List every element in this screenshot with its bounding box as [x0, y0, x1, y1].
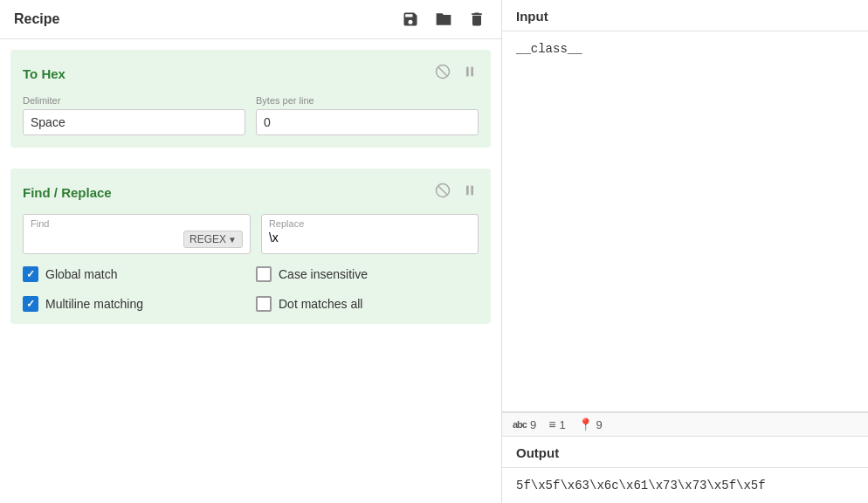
- delimiter-label: Delimiter: [23, 95, 245, 106]
- pin-icon: 📍: [578, 417, 593, 431]
- to-hex-header: To Hex: [23, 62, 479, 85]
- checkboxes-grid: ✓ Global match Case insensitive ✓ Multil…: [23, 266, 479, 312]
- multiline-matching-box: ✓: [23, 296, 38, 312]
- to-hex-fields: Delimiter Bytes per line: [23, 95, 479, 135]
- save-button[interactable]: [400, 9, 421, 30]
- output-value: 5f\x5f\x63\x6c\x61\x73\x73\x5f\x5f: [516, 479, 766, 493]
- output-content: 5f\x5f\x63\x6c\x61\x73\x73\x5f\x5f: [502, 468, 868, 503]
- right-panel: Input __class__ abc 9 ≡ 1 📍 9 Output 5f\…: [502, 0, 868, 503]
- to-hex-disable-button[interactable]: [433, 62, 452, 85]
- multiline-matching-checkbox[interactable]: ✓ Multiline matching: [23, 296, 245, 312]
- dot-matches-all-checkbox[interactable]: Dot matches all: [256, 296, 479, 312]
- svg-line-5: [438, 186, 448, 196]
- find-input[interactable]: [31, 232, 183, 246]
- replace-input[interactable]: [269, 231, 471, 245]
- global-match-checkbox[interactable]: ✓ Global match: [23, 266, 245, 282]
- regex-badge-button[interactable]: REGEX ▼: [183, 231, 243, 248]
- input-content: __class__: [502, 31, 868, 411]
- find-label: Find: [24, 215, 250, 229]
- pin-value: 9: [596, 418, 603, 431]
- regex-label: REGEX: [189, 233, 226, 245]
- folder-icon: [435, 10, 452, 28]
- output-header: Output: [502, 437, 868, 468]
- recipe-title: Recipe: [14, 11, 59, 27]
- input-header: Input: [502, 0, 868, 31]
- find-inner-row: REGEX ▼: [24, 229, 250, 253]
- svg-rect-2: [466, 67, 469, 77]
- global-match-check: ✓: [26, 269, 35, 279]
- case-insensitive-box: [256, 266, 272, 282]
- svg-rect-7: [471, 186, 473, 196]
- input-section: Input __class__: [502, 0, 868, 412]
- abc-value: 9: [530, 418, 536, 431]
- to-hex-actions: [433, 62, 479, 85]
- status-bar: abc 9 ≡ 1 📍 9: [502, 412, 868, 437]
- open-folder-button[interactable]: [433, 9, 454, 30]
- disable-icon-2: [435, 183, 451, 198]
- lines-status: ≡ 1: [548, 417, 565, 431]
- lines-icon: ≡: [548, 417, 555, 431]
- svg-rect-3: [471, 67, 473, 77]
- svg-line-1: [438, 67, 448, 77]
- find-replace-actions: [433, 181, 479, 203]
- find-replace-inputs: Find REGEX ▼ Replace: [23, 214, 479, 254]
- save-icon: [402, 10, 419, 28]
- find-replace-pause-button[interactable]: [461, 182, 479, 203]
- find-replace-title: Find / Replace: [23, 185, 112, 200]
- find-replace-header: Find / Replace: [23, 181, 479, 203]
- abc-icon: abc: [513, 419, 527, 430]
- replace-field-outer: Replace: [261, 214, 479, 254]
- multiline-matching-check: ✓: [26, 299, 35, 309]
- recipe-toolbar: [400, 9, 487, 30]
- pause-icon: [463, 65, 477, 79]
- to-hex-pause-button[interactable]: [461, 63, 479, 84]
- bytes-per-line-group: Bytes per line: [256, 95, 479, 135]
- bytes-per-line-input[interactable]: [256, 109, 479, 135]
- dot-matches-all-box: [256, 296, 272, 312]
- to-hex-title: To Hex: [23, 66, 65, 81]
- find-replace-card: Find / Replace Find: [10, 169, 491, 324]
- trash-icon: [468, 10, 486, 28]
- case-insensitive-checkbox[interactable]: Case insensitive: [256, 266, 479, 282]
- input-value: __class__: [516, 42, 582, 56]
- delete-button[interactable]: [466, 9, 487, 30]
- svg-rect-6: [466, 186, 469, 196]
- replace-label: Replace: [262, 215, 478, 229]
- delimiter-input[interactable]: [23, 109, 245, 135]
- replace-inner-row: [262, 229, 478, 250]
- left-panel: Recipe To Hex: [0, 0, 502, 503]
- to-hex-card: To Hex Delimiter: [10, 50, 491, 148]
- find-replace-disable-button[interactable]: [433, 181, 452, 203]
- abc-status: abc 9: [513, 418, 536, 431]
- dot-matches-all-label: Dot matches all: [279, 297, 362, 311]
- regex-chevron-icon: ▼: [228, 235, 237, 245]
- multiline-matching-label: Multiline matching: [45, 297, 143, 311]
- case-insensitive-label: Case insensitive: [279, 267, 368, 281]
- pause-icon-2: [463, 183, 477, 197]
- delimiter-group: Delimiter: [23, 95, 245, 135]
- find-field-outer: Find REGEX ▼: [23, 214, 251, 254]
- bytes-per-line-label: Bytes per line: [256, 95, 479, 106]
- recipe-header: Recipe: [0, 0, 501, 39]
- global-match-box: ✓: [23, 266, 38, 282]
- pin-status: 📍 9: [578, 417, 603, 431]
- disable-icon: [435, 64, 451, 79]
- lines-value: 1: [559, 418, 565, 431]
- global-match-label: Global match: [45, 267, 117, 281]
- output-section: Output 5f\x5f\x63\x6c\x61\x73\x73\x5f\x5…: [502, 437, 868, 503]
